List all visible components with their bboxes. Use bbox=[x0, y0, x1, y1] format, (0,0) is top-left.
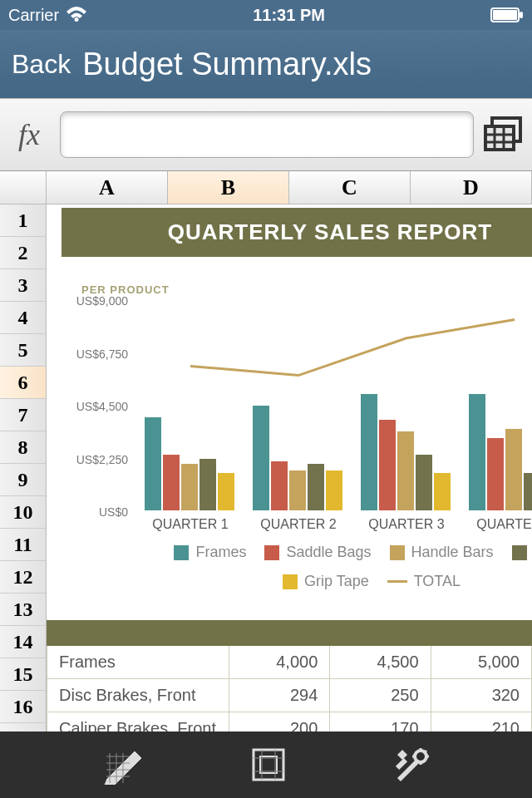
row-header[interactable]: 6 bbox=[0, 367, 46, 399]
y-tick: US$2,250 bbox=[62, 453, 128, 466]
layout-tool-button[interactable] bbox=[249, 745, 288, 785]
bar bbox=[469, 394, 485, 510]
svg-rect-12 bbox=[396, 758, 407, 770]
cell[interactable]: 170 bbox=[330, 712, 431, 732]
legend-item: Handle Bars bbox=[390, 544, 494, 561]
table-row[interactable]: Disc Brakes, Front 294 250 320 bbox=[47, 679, 532, 712]
table-row[interactable]: Caliper Brakes, Front 200 170 210 bbox=[47, 712, 532, 732]
cell[interactable]: 320 bbox=[431, 679, 531, 712]
bar bbox=[289, 470, 306, 510]
row-header[interactable]: 5 bbox=[0, 334, 46, 367]
fx-icon[interactable]: fx bbox=[8, 117, 50, 152]
row-header[interactable]: 4 bbox=[0, 302, 46, 334]
cell[interactable]: 210 bbox=[431, 712, 531, 732]
row-header[interactable]: 9 bbox=[0, 464, 46, 496]
legend-item: Grip Tape bbox=[283, 573, 369, 590]
cell[interactable]: 5,000 bbox=[431, 646, 531, 679]
bar bbox=[308, 464, 324, 510]
row-header[interactable]: 3 bbox=[0, 269, 46, 302]
svg-rect-9 bbox=[254, 750, 283, 780]
row-header[interactable]: 14 bbox=[0, 626, 46, 658]
back-button[interactable]: Back bbox=[12, 49, 71, 80]
x-label: QUARTER 2 bbox=[244, 517, 352, 532]
y-tick: US$6,750 bbox=[62, 347, 128, 361]
row-header[interactable]: 1 bbox=[0, 204, 46, 237]
cell[interactable]: Disc Brakes, Front bbox=[47, 679, 229, 712]
bar bbox=[505, 429, 522, 510]
bar bbox=[218, 473, 234, 510]
chart: QUARTERLY SALES REPORT PER PRODUCT TOTAL… bbox=[62, 208, 532, 602]
legend-item: TOTAL bbox=[387, 573, 461, 590]
bottom-toolbar bbox=[0, 732, 532, 798]
bar bbox=[326, 470, 342, 510]
row-header[interactable]: 16 bbox=[0, 691, 46, 723]
bar bbox=[379, 420, 396, 510]
cell[interactable]: Frames bbox=[47, 646, 229, 679]
y-axis: US$9,000 US$6,750 US$4,500 US$2,250 US$0 bbox=[62, 301, 133, 512]
legend-item: Grips bbox=[512, 544, 532, 561]
bar bbox=[434, 473, 451, 510]
bar bbox=[253, 406, 269, 510]
col-header-A[interactable]: A bbox=[47, 171, 168, 204]
cell[interactable]: 4,500 bbox=[330, 646, 431, 679]
corner-cell[interactable] bbox=[0, 171, 47, 204]
bar bbox=[163, 455, 180, 510]
x-label: QUARTER 1 bbox=[136, 517, 244, 532]
x-label: QUARTER 3 bbox=[352, 517, 461, 532]
settings-tool-button[interactable] bbox=[391, 745, 431, 785]
bar bbox=[181, 464, 198, 510]
cell[interactable]: 294 bbox=[229, 679, 329, 712]
total-line bbox=[190, 319, 515, 375]
document-tool-button[interactable] bbox=[101, 745, 146, 785]
row-header[interactable]: 11 bbox=[0, 529, 46, 561]
cell[interactable]: 4,000 bbox=[229, 646, 329, 679]
clock: 11:31 PM bbox=[253, 6, 325, 25]
cell[interactable]: Caliper Brakes, Front bbox=[47, 712, 229, 732]
legend-item: Saddle Bags bbox=[264, 544, 371, 561]
col-header-D[interactable]: D bbox=[411, 171, 532, 204]
plot-area bbox=[136, 301, 532, 510]
row-header[interactable]: 7 bbox=[0, 399, 46, 431]
formula-bar: fx bbox=[0, 98, 532, 171]
svg-rect-4 bbox=[485, 126, 514, 150]
formula-input[interactable] bbox=[60, 111, 474, 158]
row-header[interactable]: 2 bbox=[0, 237, 46, 269]
row-header[interactable]: 12 bbox=[0, 561, 46, 594]
carrier-label: Carrier bbox=[8, 6, 59, 25]
svg-rect-1 bbox=[493, 10, 517, 20]
legend: Frames Saddle Bags Handle Bars Grips Gri… bbox=[62, 535, 532, 602]
cell[interactable]: 250 bbox=[330, 679, 431, 712]
col-header-B[interactable]: B bbox=[168, 171, 289, 204]
col-header-C[interactable]: C bbox=[289, 171, 411, 204]
data-table[interactable]: Frames 4,000 4,500 5,000 Disc Brakes, Fr… bbox=[47, 620, 532, 732]
nav-bar: Back Budget Summary.xls bbox=[0, 30, 532, 98]
spreadsheet[interactable]: A B C D 1 2 3 4 5 6 7 8 9 10 11 12 13 14… bbox=[0, 171, 532, 732]
row-header[interactable]: 13 bbox=[0, 594, 46, 626]
wifi-icon bbox=[66, 7, 87, 23]
bar bbox=[361, 394, 377, 510]
y-tick: US$0 bbox=[62, 505, 128, 519]
y-tick: US$9,000 bbox=[62, 294, 128, 308]
bar bbox=[200, 459, 216, 510]
row-header[interactable]: 8 bbox=[0, 431, 46, 464]
legend-item: Frames bbox=[174, 544, 246, 561]
bar bbox=[397, 431, 414, 510]
cell[interactable]: 200 bbox=[229, 712, 329, 732]
row-header[interactable]: 15 bbox=[0, 658, 46, 691]
svg-rect-10 bbox=[260, 756, 277, 773]
x-axis: QUARTER 1QUARTER 2QUARTER 3QUARTER 4 bbox=[136, 510, 532, 535]
y-tick: US$4,500 bbox=[62, 400, 128, 413]
row-header[interactable]: 10 bbox=[0, 496, 46, 529]
chart-title: QUARTERLY SALES REPORT bbox=[62, 208, 532, 257]
sheets-button[interactable] bbox=[484, 116, 524, 153]
svg-rect-2 bbox=[520, 12, 523, 18]
row-headers: 1 2 3 4 5 6 7 8 9 10 11 12 13 14 15 16 bbox=[0, 204, 47, 732]
document-title: Budget Summary.xls bbox=[82, 47, 372, 82]
table-row[interactable]: Frames 4,000 4,500 5,000 bbox=[47, 646, 532, 679]
x-label: QUARTER 4 bbox=[461, 517, 532, 532]
battery-icon bbox=[490, 7, 524, 22]
bar bbox=[145, 417, 161, 510]
bar bbox=[524, 473, 532, 510]
bar bbox=[271, 461, 288, 510]
grid-content[interactable]: QUARTERLY SALES REPORT PER PRODUCT TOTAL… bbox=[47, 204, 532, 732]
